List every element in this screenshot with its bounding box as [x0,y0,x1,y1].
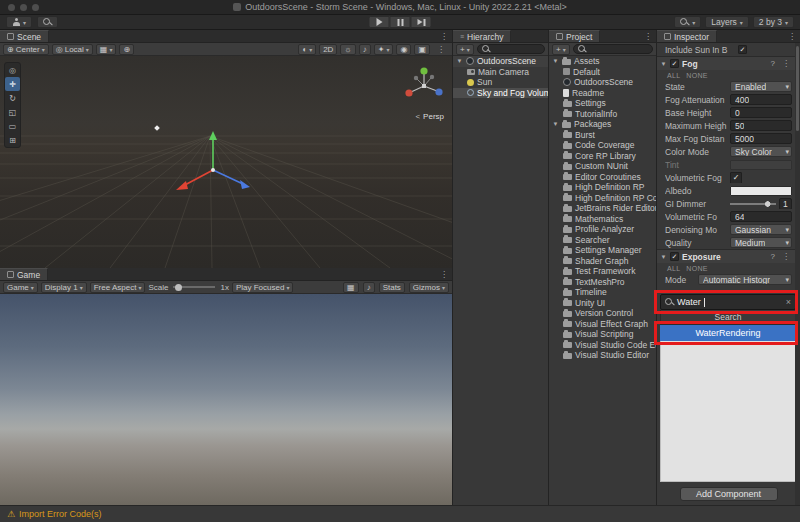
kebab-icon[interactable]: ⋮ [780,59,792,68]
project-package-item[interactable]: Core RP Library [549,151,656,162]
inspector-scrollbar[interactable] [795,43,800,505]
foldout-open-icon[interactable]: ▼ [552,58,559,64]
transform-gizmo[interactable] [170,130,256,208]
inspector-menu-icon[interactable]: ⋮ [784,30,800,42]
project-packages-root[interactable]: ▼ Packages [549,119,656,130]
project-package-item[interactable]: Unity UI [549,298,656,309]
project-asset-item[interactable]: TutorialInfo [549,109,656,120]
project-package-item[interactable]: Version Control [549,308,656,319]
window-minimize-button[interactable] [20,4,27,11]
scene-effects-button[interactable]: ✦ ▾ [374,44,394,55]
stats-button[interactable]: Stats [379,282,405,293]
tab-scene[interactable]: Scene [0,30,49,42]
view-tool-button[interactable]: ◎ [5,63,20,77]
project-package-item[interactable]: Visual Effect Graph [549,319,656,330]
scene-audio-button[interactable]: ♪ [359,44,371,55]
all-toggle[interactable]: ALL [667,265,680,272]
shading-mode-button[interactable]: ◐ ▾ [298,44,316,55]
project-package-item[interactable]: Custom NUnit [549,161,656,172]
scrollbar-thumb[interactable] [796,46,799,131]
cloud-services-button[interactable] [37,16,58,28]
project-asset-item[interactable]: Settings [549,98,656,109]
layers-dropdown[interactable]: Layers ▾ [705,16,749,28]
project-asset-item[interactable]: OutdoorsScene [549,77,656,88]
none-toggle[interactable]: NONE [686,72,707,79]
window-close-button[interactable] [8,4,15,11]
help-icon[interactable]: ? [769,59,777,68]
layout-dropdown[interactable]: 2 by 3 ▾ [753,16,794,28]
exposure-mode-dropdown[interactable]: Automatic Histogr [698,274,792,285]
project-package-item[interactable]: JetBrains Rider Editor [549,203,656,214]
exposure-section-header[interactable]: ▼ ✓ Exposure ? ⋮ [657,249,795,263]
global-search-button[interactable]: ▾ [674,16,701,28]
scene-camera-button[interactable]: ▣ [414,44,430,55]
foldout-open-icon[interactable]: ▼ [552,121,559,127]
project-package-item[interactable]: High Definition RP Co [549,193,656,204]
exposure-enabled-checkbox[interactable]: ✓ [670,252,679,261]
property-value[interactable] [730,159,792,170]
tab-hierarchy[interactable]: ≡ Hierarchy [453,30,511,42]
project-asset-item[interactable]: Readme [549,88,656,99]
property-value[interactable]: 400 [730,94,792,105]
grid-visibility-button[interactable]: ▦ ▾ [96,44,117,55]
tab-inspector[interactable]: Inspector [657,30,717,42]
property-value[interactable]: 0 [730,107,792,118]
mute-audio-button[interactable]: ♪ [363,282,375,293]
component-search-input[interactable]: Water × [660,294,796,310]
perspective-indicator[interactable]: < Persp [415,112,444,121]
none-toggle[interactable]: NONE [686,265,707,272]
project-package-item[interactable]: Visual Scripting [549,329,656,340]
hierarchy-item[interactable]: Sky and Fog Volume [453,88,548,99]
search-result-waterrendering[interactable]: WaterRendering [660,325,796,341]
scene-viewport[interactable]: < Persp ◎ ✛ ↻ ◱ ▭ ⊞ [0,56,452,268]
scale-tool-button[interactable]: ◱ [5,105,20,119]
fog-enabled-checkbox[interactable]: ✓ [670,59,679,68]
orientation-gizmo[interactable] [402,64,446,108]
foldout-open-icon[interactable]: ▼ [456,58,463,64]
2d-mode-button[interactable]: 2D [319,44,337,55]
aspect-ratio-dropdown[interactable]: Free Aspect ▾ [90,282,146,293]
hierarchy-scene-root[interactable]: ▼ OutdoorsScene [453,56,548,67]
step-button[interactable] [411,16,432,28]
project-asset-item[interactable]: Default [549,67,656,78]
clear-search-icon[interactable]: × [786,297,791,307]
project-package-item[interactable]: TextMeshPro [549,277,656,288]
fog-section-header[interactable]: ▼ ✓ Fog ? ⋮ [657,56,795,70]
property-value[interactable] [730,185,792,196]
scale-slider[interactable] [173,286,215,288]
property-value[interactable]: 5000 [730,133,792,144]
include-sun-checkbox[interactable]: ✓ [738,45,747,54]
all-toggle[interactable]: ALL [667,72,680,79]
move-tool-button[interactable]: ✛ [5,77,20,91]
window-controls[interactable] [8,4,39,11]
property-value[interactable] [730,172,792,183]
play-focused-dropdown[interactable]: Play Focused ▾ [232,282,293,293]
project-package-item[interactable]: Test Framework [549,266,656,277]
transform-tool-button[interactable]: ⊞ [5,133,20,147]
kebab-icon[interactable]: ⋮ [780,252,792,261]
project-package-item[interactable]: Editor Coroutines [549,172,656,183]
rotate-tool-button[interactable]: ↻ [5,91,20,105]
project-package-item[interactable]: High Definition RP [549,182,656,193]
property-value[interactable]: Gaussian [730,224,792,235]
tab-game[interactable]: Game [0,268,48,280]
capture-button[interactable]: ▦ [343,282,359,293]
help-icon[interactable]: ? [769,252,777,261]
property-value[interactable]: Medium [730,237,792,248]
pivot-mode-button[interactable]: ⊕ Center ▾ [3,44,49,55]
project-package-item[interactable]: Profile Analyzer [549,224,656,235]
game-view-dropdown[interactable]: Game ▾ [3,282,38,293]
tab-project[interactable]: Project [549,30,600,42]
hierarchy-item[interactable]: Sun [453,77,548,88]
project-package-item[interactable]: Shader Graph [549,256,656,267]
gizmos-dropdown[interactable]: Gizmos ▾ [409,282,449,293]
account-button[interactable]: ▾ [6,16,32,28]
property-value[interactable]: 1 [730,198,792,209]
hierarchy-item[interactable]: Main Camera [453,67,548,78]
project-menu-icon[interactable]: ⋮ [640,30,656,42]
scene-lighting-button[interactable]: ☼ [340,44,355,55]
property-value[interactable]: 64 [730,211,792,222]
hierarchy-search-input[interactable] [477,44,545,54]
project-package-item[interactable]: Code Coverage [549,140,656,151]
project-package-item[interactable]: Visual Studio Editor [549,350,656,361]
